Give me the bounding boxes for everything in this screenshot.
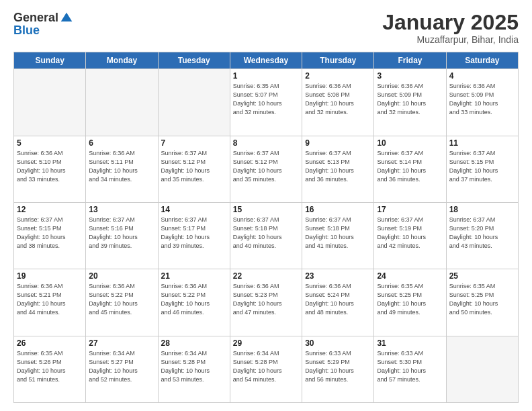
day-info: Sunrise: 6:36 AM Sunset: 5:21 PM Dayligh… [17,282,83,317]
calendar-cell [158,69,230,136]
calendar-cell: 6Sunrise: 6:36 AM Sunset: 5:11 PM Daylig… [86,136,158,202]
day-number: 4 [449,71,515,81]
day-info: Sunrise: 6:36 AM Sunset: 5:11 PM Dayligh… [89,149,154,184]
page: General Blue January 2025 Muzaffarpur, B… [0,0,532,411]
calendar-cell: 9Sunrise: 6:37 AM Sunset: 5:13 PM Daylig… [302,136,374,202]
calendar-header-tuesday: Tuesday [158,52,230,69]
day-info: Sunrise: 6:36 AM Sunset: 5:10 PM Dayligh… [17,149,83,184]
day-info: Sunrise: 6:36 AM Sunset: 5:08 PM Dayligh… [305,82,371,117]
day-info: Sunrise: 6:37 AM Sunset: 5:12 PM Dayligh… [233,149,299,184]
calendar-header-monday: Monday [86,52,158,69]
day-number: 23 [305,271,371,281]
calendar-week-row: 19Sunrise: 6:36 AM Sunset: 5:21 PM Dayli… [14,269,519,336]
day-info: Sunrise: 6:33 AM Sunset: 5:30 PM Dayligh… [377,349,443,384]
day-number: 16 [305,205,371,214]
day-info: Sunrise: 6:35 AM Sunset: 5:25 PM Dayligh… [377,282,443,317]
calendar-table: SundayMondayTuesdayWednesdayThursdayFrid… [13,52,519,403]
day-info: Sunrise: 6:34 AM Sunset: 5:28 PM Dayligh… [233,349,299,384]
calendar-cell: 12Sunrise: 6:37 AM Sunset: 5:15 PM Dayli… [14,202,86,269]
header: General Blue January 2025 Muzaffarpur, B… [13,11,519,45]
day-number: 10 [377,138,443,148]
calendar-header-wednesday: Wednesday [230,52,302,69]
location: Muzaffarpur, Bihar, India [382,34,519,45]
calendar-cell: 5Sunrise: 6:36 AM Sunset: 5:10 PM Daylig… [14,136,86,202]
calendar-cell: 24Sunrise: 6:35 AM Sunset: 5:25 PM Dayli… [374,269,446,336]
day-info: Sunrise: 6:37 AM Sunset: 5:17 PM Dayligh… [161,216,227,250]
calendar-cell: 21Sunrise: 6:36 AM Sunset: 5:22 PM Dayli… [158,269,230,336]
calendar-cell: 30Sunrise: 6:33 AM Sunset: 5:29 PM Dayli… [302,336,374,402]
day-info: Sunrise: 6:35 AM Sunset: 5:26 PM Dayligh… [17,349,83,384]
calendar-cell: 7Sunrise: 6:37 AM Sunset: 5:12 PM Daylig… [158,136,230,202]
logo: General Blue [13,11,73,38]
day-info: Sunrise: 6:36 AM Sunset: 5:23 PM Dayligh… [233,282,299,317]
calendar-week-row: 5Sunrise: 6:36 AM Sunset: 5:10 PM Daylig… [14,136,519,202]
day-number: 12 [17,205,83,214]
calendar-week-row: 26Sunrise: 6:35 AM Sunset: 5:26 PM Dayli… [14,336,519,402]
calendar-cell: 3Sunrise: 6:36 AM Sunset: 5:09 PM Daylig… [374,69,446,136]
day-info: Sunrise: 6:34 AM Sunset: 5:28 PM Dayligh… [161,349,227,384]
day-info: Sunrise: 6:36 AM Sunset: 5:24 PM Dayligh… [305,282,371,317]
day-number: 21 [161,271,227,281]
day-info: Sunrise: 6:35 AM Sunset: 5:07 PM Dayligh… [233,82,299,117]
day-info: Sunrise: 6:37 AM Sunset: 5:13 PM Dayligh… [305,149,371,184]
calendar-header-saturday: Saturday [446,52,518,69]
calendar-cell: 23Sunrise: 6:36 AM Sunset: 5:24 PM Dayli… [302,269,374,336]
calendar-cell: 4Sunrise: 6:36 AM Sunset: 5:09 PM Daylig… [446,69,518,136]
day-number: 7 [161,138,227,148]
day-number: 13 [89,205,154,214]
day-info: Sunrise: 6:37 AM Sunset: 5:19 PM Dayligh… [377,216,443,250]
title-block: January 2025 Muzaffarpur, Bihar, India [382,11,519,45]
day-number: 29 [233,338,299,348]
day-info: Sunrise: 6:36 AM Sunset: 5:09 PM Dayligh… [377,82,443,117]
calendar-cell [14,69,86,136]
day-info: Sunrise: 6:37 AM Sunset: 5:18 PM Dayligh… [305,216,371,250]
day-number: 19 [17,271,83,281]
day-number: 27 [89,338,154,348]
day-info: Sunrise: 6:34 AM Sunset: 5:27 PM Dayligh… [89,349,154,384]
calendar-cell: 20Sunrise: 6:36 AM Sunset: 5:22 PM Dayli… [86,269,158,336]
calendar-cell: 31Sunrise: 6:33 AM Sunset: 5:30 PM Dayli… [374,336,446,402]
calendar-header-thursday: Thursday [302,52,374,69]
svg-marker-0 [61,12,73,21]
day-number: 22 [233,271,299,281]
logo-icon [60,11,73,25]
logo-general-text: General [13,11,58,25]
day-info: Sunrise: 6:36 AM Sunset: 5:09 PM Dayligh… [449,82,515,117]
calendar-cell: 29Sunrise: 6:34 AM Sunset: 5:28 PM Dayli… [230,336,302,402]
calendar-header-sunday: Sunday [14,52,86,69]
day-number: 2 [305,71,371,81]
calendar-cell: 27Sunrise: 6:34 AM Sunset: 5:27 PM Dayli… [86,336,158,402]
calendar-cell: 16Sunrise: 6:37 AM Sunset: 5:18 PM Dayli… [302,202,374,269]
calendar-cell: 10Sunrise: 6:37 AM Sunset: 5:14 PM Dayli… [374,136,446,202]
day-number: 26 [17,338,83,348]
day-number: 24 [377,271,443,281]
day-info: Sunrise: 6:33 AM Sunset: 5:29 PM Dayligh… [305,349,371,384]
day-number: 14 [161,205,227,214]
day-info: Sunrise: 6:37 AM Sunset: 5:14 PM Dayligh… [377,149,443,184]
calendar-cell: 15Sunrise: 6:37 AM Sunset: 5:18 PM Dayli… [230,202,302,269]
calendar-cell: 19Sunrise: 6:36 AM Sunset: 5:21 PM Dayli… [14,269,86,336]
calendar-header-row: SundayMondayTuesdayWednesdayThursdayFrid… [14,52,519,69]
day-number: 28 [161,338,227,348]
calendar-cell: 17Sunrise: 6:37 AM Sunset: 5:19 PM Dayli… [374,202,446,269]
day-info: Sunrise: 6:35 AM Sunset: 5:25 PM Dayligh… [449,282,515,317]
day-number: 6 [89,138,154,148]
calendar-cell: 2Sunrise: 6:36 AM Sunset: 5:08 PM Daylig… [302,69,374,136]
day-number: 3 [377,71,443,81]
calendar-header-friday: Friday [374,52,446,69]
day-number: 5 [17,138,83,148]
day-info: Sunrise: 6:36 AM Sunset: 5:22 PM Dayligh… [161,282,227,317]
day-number: 11 [449,138,515,148]
day-info: Sunrise: 6:37 AM Sunset: 5:12 PM Dayligh… [161,149,227,184]
calendar-cell: 26Sunrise: 6:35 AM Sunset: 5:26 PM Dayli… [14,336,86,402]
day-number: 9 [305,138,371,148]
calendar-cell: 8Sunrise: 6:37 AM Sunset: 5:12 PM Daylig… [230,136,302,202]
calendar-cell: 14Sunrise: 6:37 AM Sunset: 5:17 PM Dayli… [158,202,230,269]
calendar-week-row: 1Sunrise: 6:35 AM Sunset: 5:07 PM Daylig… [14,69,519,136]
day-number: 8 [233,138,299,148]
day-info: Sunrise: 6:37 AM Sunset: 5:20 PM Dayligh… [449,216,515,250]
calendar-cell: 11Sunrise: 6:37 AM Sunset: 5:15 PM Dayli… [446,136,518,202]
calendar-cell [86,69,158,136]
day-number: 1 [233,71,299,81]
day-number: 31 [377,338,443,348]
